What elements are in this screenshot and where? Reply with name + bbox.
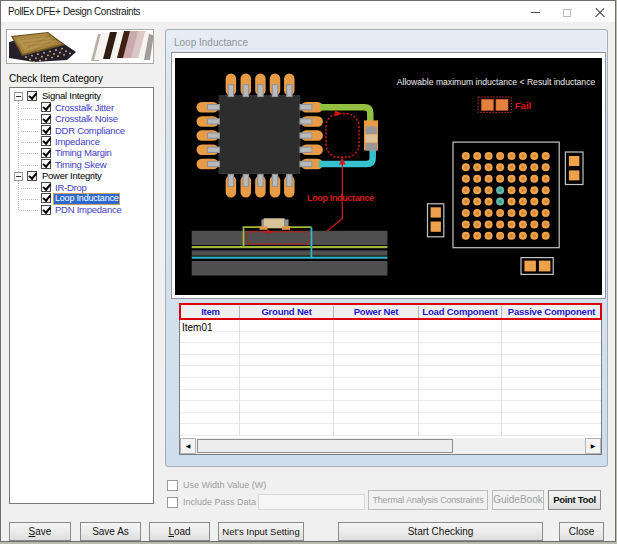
svg-text:Loop Inductance: Loop Inductance (307, 193, 374, 203)
svg-text:Allowable maximum inductance <: Allowable maximum inductance < Result in… (397, 77, 596, 87)
svg-text:Fail: Fail (515, 100, 531, 111)
